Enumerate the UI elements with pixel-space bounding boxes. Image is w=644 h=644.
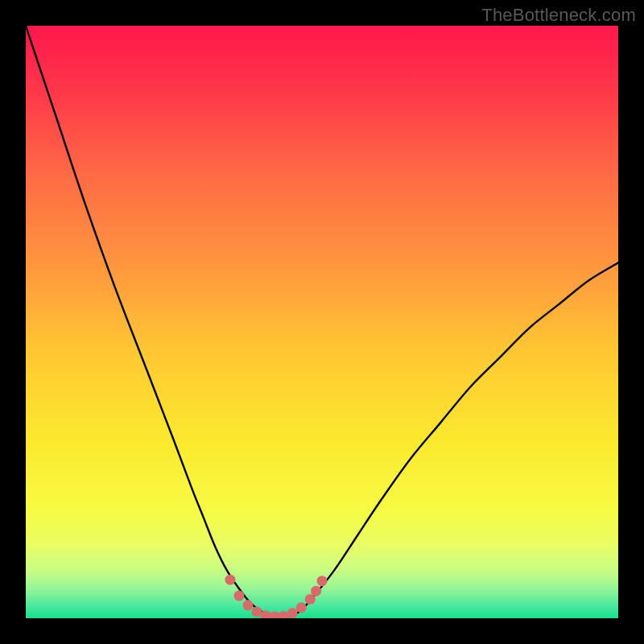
bottleneck-chart — [26, 26, 618, 618]
watermark-text: TheBottleneck.com — [481, 5, 636, 26]
marker-dot — [233, 591, 244, 601]
marker-dot — [296, 602, 307, 613]
chart-frame: TheBottleneck.com — [0, 0, 644, 644]
plot-area — [26, 26, 618, 618]
marker-dot — [317, 576, 328, 586]
marker-dot — [311, 586, 321, 597]
marker-dot — [243, 600, 254, 610]
gradient-background — [26, 26, 618, 618]
marker-dot — [225, 575, 235, 585]
marker-dot — [287, 608, 298, 618]
